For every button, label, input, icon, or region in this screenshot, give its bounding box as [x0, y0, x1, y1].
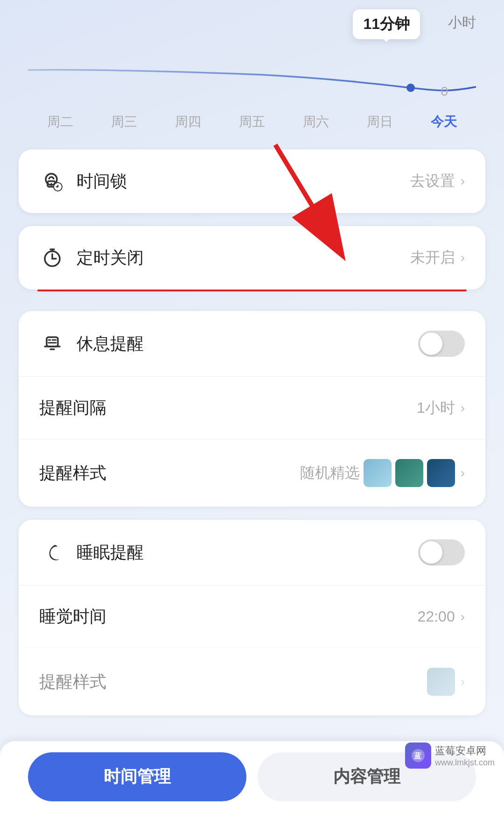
tooltip-bubble: 11分钟: [353, 9, 420, 39]
svg-point-0: [406, 84, 415, 92]
reminder-style-chevron: ›: [461, 466, 465, 481]
time-lock-icon: [39, 169, 65, 193]
rest-reminder-title: 休息提醒: [77, 332, 418, 355]
time-lock-title: 时间锁: [77, 170, 410, 193]
chart-svg: [28, 42, 476, 98]
days-row: 周二 周三 周四 周五 周六 周日 今天: [0, 102, 504, 131]
day-mon: 周二: [28, 113, 92, 131]
sleep-time-value: 22:00 ›: [418, 608, 465, 625]
svg-rect-8: [47, 337, 58, 346]
day-wed: 周四: [156, 113, 220, 131]
reminder-thumbnails: [364, 459, 455, 487]
reminder-interval-chevron: ›: [461, 401, 465, 416]
day-thu: 周五: [220, 113, 284, 131]
sleep-style-title: 提醒样式: [39, 671, 427, 693]
time-lock-row[interactable]: 时间锁 去设置 ›: [19, 149, 485, 213]
time-mgmt-tab[interactable]: 时间管理: [28, 752, 246, 801]
rest-reminder-row: 休息提醒: [19, 311, 485, 376]
reminder-interval-title: 提醒间隔: [39, 396, 417, 419]
time-lock-value: 去设置 ›: [410, 171, 465, 191]
page-container: 11分钟 小时 0 周二 周三 周四 周五 周六: [0, 0, 504, 803]
sleep-time-row[interactable]: 睡觉时间 22:00 ›: [19, 585, 485, 648]
red-underline: [37, 290, 467, 291]
sleep-thumb-1: [427, 668, 455, 696]
tooltip-value: 11分钟: [363, 14, 410, 35]
watermark-text: 蓝莓安卓网 www.lmkjst.com: [435, 744, 495, 768]
reminder-style-row[interactable]: 提醒样式 随机精选 ›: [19, 439, 485, 507]
thumb-1: [364, 459, 392, 487]
sleep-thumbnails: [427, 668, 455, 696]
reminder-style-title: 提醒样式: [39, 462, 300, 485]
timer-off-chevron: ›: [461, 250, 465, 265]
sleep-style-chevron: ›: [461, 674, 465, 689]
time-lock-chevron: ›: [461, 174, 465, 189]
time-lock-card: 时间锁 去设置 ›: [19, 149, 485, 213]
day-fri: 周六: [284, 113, 348, 131]
sleep-style-row[interactable]: 提醒样式 ›: [19, 648, 485, 715]
sleep-reminder-row: 睡眠提醒: [19, 520, 485, 585]
svg-text:蓝: 蓝: [414, 752, 422, 760]
reminder-style-value: 随机精选 ›: [300, 459, 465, 487]
watermark: 蓝 蓝莓安卓网 www.lmkjst.com: [405, 742, 495, 769]
sleep-style-value: ›: [427, 668, 465, 696]
timer-off-card: 定时关闭 未开启 ›: [19, 226, 485, 290]
reminder-interval-value: 1小时 ›: [417, 398, 465, 418]
timer-icon: [39, 246, 65, 270]
sleep-icon: [39, 540, 65, 565]
cards-container: 时间锁 去设置 › 定时关闭: [0, 131, 504, 803]
chart-area: 11分钟 小时 0: [0, 0, 504, 98]
sleep-time-title: 睡觉时间: [39, 605, 418, 628]
timer-off-value: 未开启 ›: [410, 247, 465, 268]
day-sat: 周日: [348, 113, 412, 131]
sleep-card: 睡眠提醒 睡觉时间 22:00 › 提醒样式 ›: [19, 520, 485, 715]
rest-icon: [39, 332, 65, 356]
sleep-toggle[interactable]: [418, 539, 465, 566]
unit-label: 小时: [448, 13, 476, 32]
sleep-reminder-title: 睡眠提醒: [77, 541, 418, 564]
watermark-icon: 蓝: [405, 742, 431, 769]
day-today: 今天: [412, 113, 476, 131]
zero-label: 0: [441, 84, 448, 99]
thumb-2: [395, 459, 423, 487]
reminder-interval-row[interactable]: 提醒间隔 1小时 ›: [19, 376, 485, 439]
thumb-3: [427, 459, 455, 487]
sleep-time-chevron: ›: [461, 609, 465, 624]
chart-wrapper: 0: [28, 42, 476, 98]
watermark-logo: 蓝: [410, 747, 427, 764]
timer-off-title: 定时关闭: [77, 247, 410, 269]
day-tue: 周三: [92, 113, 156, 131]
rest-toggle[interactable]: [418, 331, 465, 357]
timer-off-row[interactable]: 定时关闭 未开启 ›: [19, 226, 485, 290]
rest-card: 休息提醒 提醒间隔 1小时 › 提醒样式 随机精选: [19, 311, 485, 507]
svg-point-5: [50, 183, 52, 185]
